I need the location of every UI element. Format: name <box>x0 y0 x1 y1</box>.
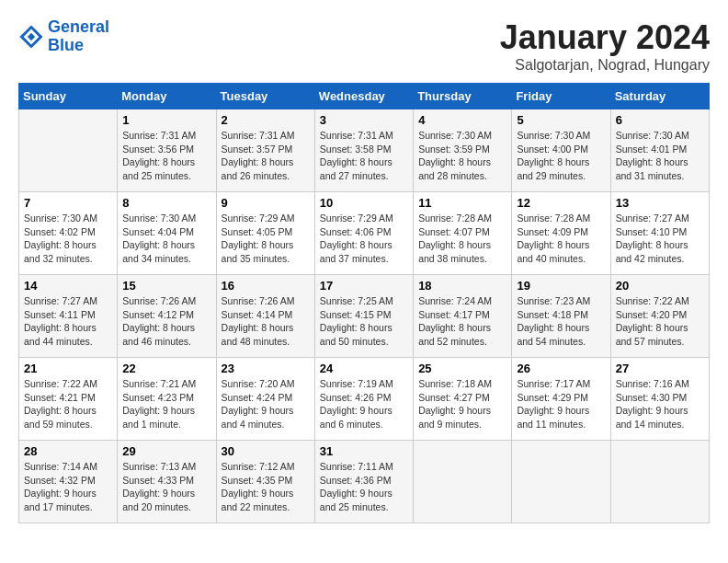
day-info: Sunrise: 7:12 AMSunset: 4:35 PMDaylight:… <box>222 460 310 514</box>
day-of-week-header: Sunday <box>19 84 118 109</box>
day-info: Sunrise: 7:31 AMSunset: 3:57 PMDaylight:… <box>222 129 310 183</box>
day-number: 27 <box>616 362 704 375</box>
calendar-cell: 7Sunrise: 7:30 AMSunset: 4:02 PMDaylight… <box>19 192 118 275</box>
day-number: 21 <box>24 362 112 375</box>
calendar-cell: 29Sunrise: 7:13 AMSunset: 4:33 PMDayligh… <box>118 441 216 523</box>
day-number: 18 <box>418 279 506 293</box>
calendar-cell: 16Sunrise: 7:26 AMSunset: 4:14 PMDayligh… <box>216 275 314 358</box>
month-title: January 2024 <box>500 18 710 57</box>
calendar-cell: 26Sunrise: 7:17 AMSunset: 4:29 PMDayligh… <box>512 358 610 441</box>
day-number: 16 <box>222 279 310 293</box>
calendar-cell: 30Sunrise: 7:12 AMSunset: 4:35 PMDayligh… <box>216 441 314 523</box>
day-number: 7 <box>24 196 112 210</box>
day-info: Sunrise: 7:30 AMSunset: 4:01 PMDaylight:… <box>616 129 704 183</box>
calendar-week-row: 7Sunrise: 7:30 AMSunset: 4:02 PMDaylight… <box>19 192 710 275</box>
day-info: Sunrise: 7:31 AMSunset: 3:56 PMDaylight:… <box>122 129 210 183</box>
day-info: Sunrise: 7:20 AMSunset: 4:24 PMDaylight:… <box>222 377 310 431</box>
day-number: 30 <box>222 444 310 458</box>
day-number: 4 <box>418 113 506 127</box>
day-of-week-header: Saturday <box>610 84 709 109</box>
calendar-week-row: 14Sunrise: 7:27 AMSunset: 4:11 PMDayligh… <box>19 275 710 358</box>
day-info: Sunrise: 7:30 AMSunset: 3:59 PMDaylight:… <box>418 129 506 183</box>
day-number: 6 <box>616 113 704 127</box>
calendar-cell: 25Sunrise: 7:18 AMSunset: 4:27 PMDayligh… <box>414 358 512 441</box>
day-of-week-header: Monday <box>118 84 216 109</box>
calendar-cell: 27Sunrise: 7:16 AMSunset: 4:30 PMDayligh… <box>610 358 709 441</box>
day-number: 2 <box>222 113 310 127</box>
day-info: Sunrise: 7:14 AMSunset: 4:32 PMDaylight:… <box>24 460 112 514</box>
day-number: 24 <box>320 362 408 375</box>
day-number: 11 <box>418 196 506 210</box>
calendar-cell <box>19 109 118 192</box>
calendar-cell: 8Sunrise: 7:30 AMSunset: 4:04 PMDaylight… <box>118 192 216 275</box>
day-of-week-header: Thursday <box>414 84 512 109</box>
day-info: Sunrise: 7:16 AMSunset: 4:30 PMDaylight:… <box>616 377 704 431</box>
day-number: 8 <box>122 196 210 210</box>
page-header: General Blue January 2024 Salgotarjan, N… <box>18 18 710 74</box>
day-info: Sunrise: 7:22 AMSunset: 4:21 PMDaylight:… <box>24 377 112 431</box>
calendar-cell: 10Sunrise: 7:29 AMSunset: 4:06 PMDayligh… <box>314 192 413 275</box>
day-number: 10 <box>320 196 408 210</box>
day-info: Sunrise: 7:25 AMSunset: 4:15 PMDaylight:… <box>320 294 408 349</box>
day-number: 28 <box>24 444 112 458</box>
day-number: 3 <box>320 113 408 127</box>
day-number: 26 <box>517 362 605 375</box>
calendar-cell: 4Sunrise: 7:30 AMSunset: 3:59 PMDaylight… <box>414 109 512 192</box>
day-of-week-header: Wednesday <box>314 84 413 109</box>
calendar-cell: 20Sunrise: 7:22 AMSunset: 4:20 PMDayligh… <box>610 275 709 358</box>
calendar-cell: 28Sunrise: 7:14 AMSunset: 4:32 PMDayligh… <box>19 441 118 523</box>
calendar-cell: 15Sunrise: 7:26 AMSunset: 4:12 PMDayligh… <box>118 275 216 358</box>
day-info: Sunrise: 7:27 AMSunset: 4:10 PMDaylight:… <box>616 212 704 266</box>
day-info: Sunrise: 7:19 AMSunset: 4:26 PMDaylight:… <box>320 377 408 431</box>
calendar-cell: 14Sunrise: 7:27 AMSunset: 4:11 PMDayligh… <box>19 275 118 358</box>
day-info: Sunrise: 7:28 AMSunset: 4:07 PMDaylight:… <box>418 212 506 266</box>
calendar-cell: 18Sunrise: 7:24 AMSunset: 4:17 PMDayligh… <box>414 275 512 358</box>
calendar-cell: 22Sunrise: 7:21 AMSunset: 4:23 PMDayligh… <box>118 358 216 441</box>
day-info: Sunrise: 7:21 AMSunset: 4:23 PMDaylight:… <box>122 377 210 431</box>
day-number: 5 <box>517 113 605 127</box>
calendar-header-row: SundayMondayTuesdayWednesdayThursdayFrid… <box>19 84 710 109</box>
title-block: January 2024 Salgotarjan, Nograd, Hungar… <box>500 18 710 74</box>
day-info: Sunrise: 7:31 AMSunset: 3:58 PMDaylight:… <box>320 129 408 183</box>
logo-text: General Blue <box>48 18 109 55</box>
day-info: Sunrise: 7:26 AMSunset: 4:14 PMDaylight:… <box>222 294 310 349</box>
calendar-table: SundayMondayTuesdayWednesdayThursdayFrid… <box>18 83 710 523</box>
calendar-cell: 23Sunrise: 7:20 AMSunset: 4:24 PMDayligh… <box>216 358 314 441</box>
day-info: Sunrise: 7:22 AMSunset: 4:20 PMDaylight:… <box>616 294 704 349</box>
day-info: Sunrise: 7:23 AMSunset: 4:18 PMDaylight:… <box>517 294 605 349</box>
calendar-cell: 13Sunrise: 7:27 AMSunset: 4:10 PMDayligh… <box>610 192 709 275</box>
calendar-cell: 19Sunrise: 7:23 AMSunset: 4:18 PMDayligh… <box>512 275 610 358</box>
day-number: 9 <box>222 196 310 210</box>
calendar-cell: 2Sunrise: 7:31 AMSunset: 3:57 PMDaylight… <box>216 109 314 192</box>
day-info: Sunrise: 7:28 AMSunset: 4:09 PMDaylight:… <box>517 212 605 266</box>
calendar-cell: 6Sunrise: 7:30 AMSunset: 4:01 PMDaylight… <box>610 109 709 192</box>
calendar-cell: 31Sunrise: 7:11 AMSunset: 4:36 PMDayligh… <box>314 441 413 523</box>
day-info: Sunrise: 7:24 AMSunset: 4:17 PMDaylight:… <box>418 294 506 349</box>
calendar-cell: 5Sunrise: 7:30 AMSunset: 4:00 PMDaylight… <box>512 109 610 192</box>
calendar-week-row: 1Sunrise: 7:31 AMSunset: 3:56 PMDaylight… <box>19 109 710 192</box>
day-number: 19 <box>517 279 605 293</box>
day-info: Sunrise: 7:30 AMSunset: 4:02 PMDaylight:… <box>24 212 112 266</box>
day-number: 22 <box>122 362 210 375</box>
location-subtitle: Salgotarjan, Nograd, Hungary <box>500 57 710 74</box>
day-number: 12 <box>517 196 605 210</box>
calendar-cell: 17Sunrise: 7:25 AMSunset: 4:15 PMDayligh… <box>314 275 413 358</box>
logo-icon <box>18 24 44 50</box>
calendar-cell: 11Sunrise: 7:28 AMSunset: 4:07 PMDayligh… <box>414 192 512 275</box>
calendar-cell: 1Sunrise: 7:31 AMSunset: 3:56 PMDaylight… <box>118 109 216 192</box>
day-number: 1 <box>122 113 210 127</box>
day-info: Sunrise: 7:17 AMSunset: 4:29 PMDaylight:… <box>517 377 605 431</box>
day-number: 31 <box>320 444 408 458</box>
calendar-cell <box>512 441 610 523</box>
calendar-cell: 9Sunrise: 7:29 AMSunset: 4:05 PMDaylight… <box>216 192 314 275</box>
day-number: 15 <box>122 279 210 293</box>
calendar-cell: 21Sunrise: 7:22 AMSunset: 4:21 PMDayligh… <box>19 358 118 441</box>
day-number: 14 <box>24 279 112 293</box>
day-number: 25 <box>418 362 506 375</box>
calendar-cell <box>414 441 512 523</box>
day-number: 17 <box>320 279 408 293</box>
day-info: Sunrise: 7:30 AMSunset: 4:04 PMDaylight:… <box>122 212 210 266</box>
day-info: Sunrise: 7:27 AMSunset: 4:11 PMDaylight:… <box>24 294 112 349</box>
day-info: Sunrise: 7:13 AMSunset: 4:33 PMDaylight:… <box>122 460 210 514</box>
calendar-cell: 3Sunrise: 7:31 AMSunset: 3:58 PMDaylight… <box>314 109 413 192</box>
